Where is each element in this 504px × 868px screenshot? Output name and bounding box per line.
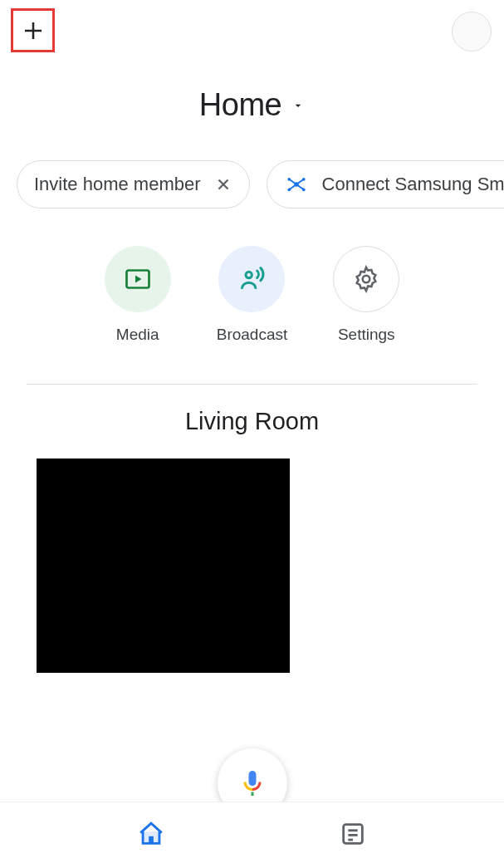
svg-rect-16 bbox=[149, 836, 154, 843]
quick-action-settings[interactable]: Settings bbox=[333, 246, 399, 344]
divider bbox=[27, 384, 477, 385]
account-avatar[interactable] bbox=[452, 12, 492, 51]
plus-icon bbox=[21, 18, 46, 43]
quick-action-media[interactable]: Media bbox=[105, 246, 171, 344]
quick-action-broadcast[interactable]: Broadcast bbox=[217, 246, 288, 344]
qa-label: Media bbox=[116, 326, 159, 344]
feed-icon bbox=[339, 820, 367, 848]
home-icon bbox=[137, 820, 165, 848]
chip-invite-member[interactable]: Invite home member bbox=[17, 160, 250, 208]
svg-line-12 bbox=[296, 184, 304, 189]
mic-icon bbox=[237, 768, 267, 798]
qa-label: Settings bbox=[338, 326, 395, 344]
chip-connect-samsung[interactable]: Connect Samsung Sma bbox=[267, 160, 504, 208]
chevron-down-icon bbox=[291, 99, 305, 112]
chip-label: Connect Samsung Sma bbox=[322, 174, 504, 195]
bottom-nav bbox=[0, 802, 504, 868]
broadcast-icon bbox=[235, 262, 268, 296]
svg-point-15 bbox=[363, 276, 370, 283]
media-icon bbox=[123, 264, 153, 294]
suggestion-chips: Invite home member Connect Samsung Sma bbox=[0, 160, 504, 208]
gear-icon bbox=[352, 265, 380, 293]
home-title: Home bbox=[199, 87, 281, 123]
chip-label: Invite home member bbox=[34, 174, 201, 195]
close-icon[interactable] bbox=[214, 175, 232, 194]
nav-feed[interactable] bbox=[330, 812, 375, 860]
add-button[interactable] bbox=[11, 8, 55, 52]
device-tile[interactable] bbox=[37, 459, 290, 673]
svg-line-11 bbox=[289, 184, 296, 189]
qa-label: Broadcast bbox=[217, 326, 288, 344]
nav-home[interactable] bbox=[129, 812, 174, 860]
home-selector[interactable]: Home bbox=[0, 87, 504, 123]
svg-point-14 bbox=[246, 272, 252, 277]
room-title: Living Room bbox=[0, 408, 504, 435]
svg-line-9 bbox=[289, 179, 296, 184]
smartthings-icon bbox=[284, 172, 309, 197]
svg-line-10 bbox=[296, 179, 304, 184]
